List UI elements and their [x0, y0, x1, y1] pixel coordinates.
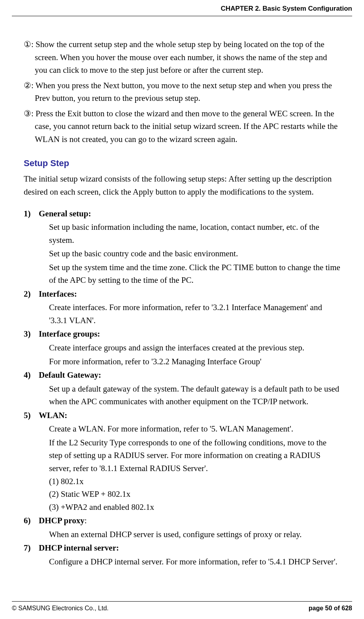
bullet-text: Create a WLAN. For more information, ref… — [49, 422, 340, 435]
bullet-text: Set up a default gateway of the system. … — [49, 382, 340, 408]
bullet-dot-icon — [40, 382, 49, 408]
step-number: 5) — [24, 409, 39, 422]
step-heading: 4)Default Gateway: — [24, 369, 340, 382]
numbered-steps: 1)General setup:Set up basic information… — [24, 207, 340, 568]
bullet-item: If the L2 Security Type corresponds to o… — [40, 436, 340, 513]
page-content: ①: Show the current setup step and the w… — [12, 16, 352, 568]
bullet-text: Set up the system time and the time zone… — [49, 261, 340, 287]
bullet-text: Set up basic information including the n… — [49, 221, 340, 246]
bullet-item: Set up basic information including the n… — [40, 221, 340, 246]
step-label: Interface groups: — [39, 327, 100, 341]
bullet-text: If the L2 Security Type corresponds to o… — [49, 436, 340, 513]
bullet-list: Set up basic information including the n… — [24, 221, 340, 287]
circled-line: ③: Press the Exit button to close the wi… — [24, 107, 340, 146]
bullet-text: Configure a DHCP internal server. For mo… — [49, 555, 340, 568]
step-label: General setup: — [39, 207, 91, 220]
step-heading: 3)Interface groups: — [24, 327, 340, 341]
bullet-item: Set up the system time and the time zone… — [40, 261, 340, 287]
bullet-dot-icon — [40, 221, 49, 246]
bullet-dot-icon — [40, 555, 49, 568]
step-number: 4) — [24, 369, 39, 382]
page-footer: © SAMSUNG Electronics Co., Ltd. page 50 … — [12, 601, 352, 612]
page-header: CHAPTER 2. Basic System Configuration — [12, 0, 352, 16]
step-number: 3) — [24, 327, 39, 341]
step-label: Default Gateway: — [39, 369, 101, 382]
step-label-suffix: : — [85, 514, 87, 527]
bullet-text: Create interfaces. For more information,… — [49, 301, 340, 327]
bullet-list: Configure a DHCP internal server. For mo… — [24, 555, 340, 568]
section-intro: The initial setup wizard consists of the… — [24, 172, 340, 198]
step-number: 6) — [24, 514, 39, 527]
step-heading: 6)DHCP proxy: — [24, 514, 340, 527]
bullet-list: Create interfaces. For more information,… — [24, 301, 340, 327]
step-label: DHCP internal server: — [39, 541, 119, 555]
bullet-dot-icon — [40, 247, 49, 260]
bullet-item: Configure a DHCP internal server. For mo… — [40, 555, 340, 568]
bullet-dot-icon — [40, 261, 49, 287]
bullet-dot-icon — [40, 528, 49, 541]
bullet-dot-icon — [40, 341, 49, 354]
chapter-title: CHAPTER 2. Basic System Configuration — [221, 5, 352, 12]
bullet-item: Set up the basic country code and the ba… — [40, 247, 340, 260]
step-label: DHCP proxy — [39, 514, 85, 527]
step-label: WLAN: — [39, 409, 67, 422]
circled-marker: ①: — [24, 40, 36, 49]
circled-text: When you press the Next button, you move… — [35, 81, 332, 103]
bullet-text: Set up the basic country code and the ba… — [49, 247, 340, 260]
bullet-text: When an external DHCP server is used, co… — [49, 528, 340, 541]
bullet-item: For more information, refer to '3.2.2 Ma… — [40, 355, 340, 368]
circled-marker: ③: — [24, 109, 36, 118]
bullet-item: When an external DHCP server is used, co… — [40, 528, 340, 541]
step-label: Interfaces: — [39, 288, 77, 301]
step-number: 2) — [24, 288, 39, 301]
circled-text: Show the current setup step and the whol… — [35, 40, 327, 75]
step-number: 7) — [24, 541, 39, 555]
bullet-list: When an external DHCP server is used, co… — [24, 528, 340, 541]
copyright-text: © SAMSUNG Electronics Co., Ltd. — [12, 605, 109, 612]
circled-text: Press the Exit button to close the wizar… — [35, 109, 338, 144]
step-heading: 7)DHCP internal server: — [24, 541, 340, 555]
bullet-list: Set up a default gateway of the system. … — [24, 382, 340, 408]
circled-line: ②: When you press the Next button, you m… — [24, 79, 340, 105]
step-number: 1) — [24, 207, 39, 220]
bullet-item: Create interfaces. For more information,… — [40, 301, 340, 327]
step-heading: 1)General setup: — [24, 207, 340, 220]
bullet-item: Create a WLAN. For more information, ref… — [40, 422, 340, 435]
circled-list: ①: Show the current setup step and the w… — [24, 38, 340, 146]
bullet-dot-icon — [40, 422, 49, 435]
bullet-item: Create interface groups and assign the i… — [40, 341, 340, 354]
bullet-dot-icon — [40, 355, 49, 368]
bullet-list: Create a WLAN. For more information, ref… — [24, 422, 340, 513]
step-heading: 5)WLAN: — [24, 409, 340, 422]
bullet-item: Set up a default gateway of the system. … — [40, 382, 340, 408]
page-number: page 50 of 628 — [309, 605, 352, 612]
bullet-text: Create interface groups and assign the i… — [49, 341, 340, 354]
step-heading: 2)Interfaces: — [24, 288, 340, 301]
bullet-list: Create interface groups and assign the i… — [24, 341, 340, 368]
bullet-text: For more information, refer to '3.2.2 Ma… — [49, 355, 340, 368]
circled-line: ①: Show the current setup step and the w… — [24, 38, 340, 77]
bullet-dot-icon — [40, 301, 49, 327]
circled-marker: ②: — [24, 81, 36, 90]
section-title: Setup Step — [24, 157, 340, 170]
bullet-dot-icon — [40, 436, 49, 513]
